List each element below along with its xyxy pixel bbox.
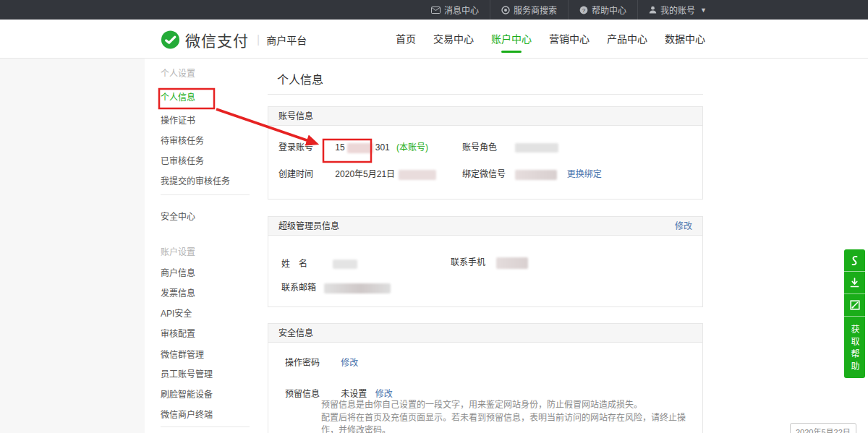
search-ring-icon	[501, 6, 510, 14]
created-time-label: 创建时间	[278, 169, 313, 179]
question-circle-icon: ?	[579, 6, 588, 14]
header: 微信支付 | 商户平台 首页 交易中心 账户中心 营销中心 产品中心 数据中心	[0, 20, 868, 59]
feedback-edit-button[interactable]	[844, 294, 865, 317]
topbar-items: 消息中心 服务商搜索 ? 帮助中心 我的账号 ▼	[420, 0, 718, 20]
nav-transaction-center[interactable]: 交易中心	[425, 20, 482, 59]
sidebar-item-operation-certificate[interactable]: 操作证书	[161, 113, 195, 126]
date-tooltip: 2020年5月22日	[790, 423, 856, 433]
sidebar-divider	[161, 194, 250, 195]
reserved-info-value: 未设置	[341, 389, 367, 399]
created-time-row: 创建时间 2020年5月21日	[278, 167, 436, 180]
title-divider	[268, 94, 703, 95]
security-info-card: 安全信息 操作密码 修改 预留信息 未设置 修改 预留信息是由你自己设置的一段文…	[268, 323, 703, 433]
login-account-value: 15301	[335, 142, 389, 153]
sidebar-header-account-settings: 账户设置	[161, 245, 195, 257]
envelope-icon	[431, 7, 441, 14]
admin-name-row: 姓 名	[281, 257, 357, 269]
sidebar-item-pending-review-tasks[interactable]: 待审核任务	[161, 134, 204, 146]
redacted-admin-phone	[496, 257, 528, 269]
sidebar-item-face-smart-device[interactable]: 刷脸智能设备	[161, 387, 213, 400]
floating-help-widget: 获取帮助	[844, 249, 865, 378]
get-help-button[interactable]: 获取帮助	[844, 317, 865, 378]
topbar-item-help-center[interactable]: ? 帮助中心	[568, 0, 637, 20]
nav-account-center[interactable]: 账户中心	[482, 20, 540, 59]
nav-data-center[interactable]: 数据中心	[656, 20, 714, 59]
rebind-link[interactable]: 更换绑定	[567, 169, 602, 179]
topbar-item-my-account[interactable]: 我的账号 ▼	[637, 0, 718, 20]
sidebar: 个人设置 个人信息 操作证书 待审核任务 已审核任务 我提交的审核任务 安全中心…	[145, 59, 250, 433]
left-gutter	[0, 59, 145, 433]
wechat-pay-merchant-platform: 消息中心 服务商搜索 ? 帮助中心 我的账号 ▼	[0, 0, 868, 433]
nav-product-center[interactable]: 产品中心	[598, 20, 656, 59]
admin-phone-label: 联系手机	[451, 257, 485, 267]
sidebar-item-my-submitted-review-tasks[interactable]: 我提交的审核任务	[161, 174, 230, 187]
reserved-info-label: 预留信息	[285, 389, 320, 399]
topbar-item-label: 帮助中心	[592, 4, 626, 16]
redacted-admin-email	[324, 283, 391, 293]
main-nav: 首页 交易中心 账户中心 营销中心 产品中心 数据中心	[387, 20, 714, 59]
redacted-login-middle	[347, 143, 373, 153]
feedback-link-button[interactable]	[844, 249, 865, 272]
edit-reserved-info-link[interactable]: 修改	[375, 389, 393, 399]
login-account-label: 登录账号	[278, 142, 313, 153]
redacted-admin-name	[333, 260, 357, 269]
nav-home[interactable]: 首页	[387, 20, 425, 59]
account-role-label: 账号角色	[462, 142, 497, 153]
logo-wordmark: 微信支付	[185, 29, 249, 51]
current-account-note: (本账号)	[396, 142, 428, 153]
reserved-info-desc-line: 预留信息是由你自己设置的一段文字，用来鉴定网站身份，防止假冒网站造成损失。	[321, 399, 702, 412]
sidebar-item-wechat-merchant-terminal[interactable]: 微信商户终端	[161, 408, 213, 420]
topbar: 消息中心 服务商搜索 ? 帮助中心 我的账号 ▼	[0, 0, 868, 20]
sidebar-header-personal-settings: 个人设置	[161, 67, 195, 79]
bound-wechat-label: 绑定微信号	[462, 169, 506, 179]
sidebar-item-staff-account-management[interactable]: 员工账号管理	[161, 367, 213, 380]
download-button[interactable]	[844, 272, 865, 294]
logo[interactable]: 微信支付 | 商户平台	[161, 29, 307, 51]
reserved-info-description: 预留信息是由你自己设置的一段文字，用来鉴定网站身份，防止假冒网站造成损失。 配置…	[321, 399, 702, 433]
super-admin-card-header: 超级管理员信息 修改	[268, 217, 702, 236]
topbar-item-label: 服务商搜索	[514, 4, 557, 16]
sidebar-item-reviewed-tasks[interactable]: 已审核任务	[161, 154, 204, 166]
topbar-item-message-center[interactable]: 消息中心	[420, 0, 490, 20]
edit-password-link[interactable]: 修改	[341, 358, 358, 368]
operation-password-label: 操作密码	[285, 358, 320, 368]
redacted-created-time	[399, 170, 436, 180]
sidebar-item-personal-info[interactable]: 个人信息	[161, 90, 195, 103]
super-admin-card-title: 超级管理员信息	[278, 221, 339, 231]
operation-password-row: 操作密码 修改	[285, 356, 358, 368]
created-time-value: 2020年5月21日	[335, 169, 395, 179]
logo-separator: |	[257, 33, 260, 46]
user-icon	[649, 6, 657, 14]
svg-text:?: ?	[582, 7, 586, 13]
edit-admin-link[interactable]: 修改	[675, 217, 692, 236]
sidebar-item-api-security[interactable]: API安全	[161, 306, 192, 319]
super-admin-card: 超级管理员信息 修改 姓 名 联系手机 联系邮箱	[268, 216, 703, 307]
nav-marketing-center[interactable]: 营销中心	[540, 20, 598, 59]
account-info-card-header: 账号信息	[268, 107, 702, 126]
download-icon	[850, 278, 859, 288]
account-role-row: 账号角色	[462, 140, 558, 153]
reserved-info-row: 预留信息 未设置 修改	[285, 387, 393, 399]
topbar-item-label: 我的账号	[660, 4, 695, 16]
account-info-card: 账号信息 登录账号 15301 (本账号) 账号角色 创建时间 2020年5月2…	[268, 106, 703, 200]
link-curve-icon	[850, 255, 859, 266]
topbar-item-label: 消息中心	[444, 4, 479, 16]
sidebar-item-merchant-info[interactable]: 商户信息	[161, 266, 195, 278]
admin-email-row: 联系邮箱	[281, 280, 391, 293]
admin-email-label: 联系邮箱	[281, 283, 316, 293]
sidebar-divider	[161, 426, 250, 427]
edit-icon	[850, 300, 860, 310]
portal-label: 商户平台	[266, 33, 307, 47]
sidebar-item-security-center[interactable]: 安全中心	[161, 210, 195, 222]
sidebar-item-review-config[interactable]: 审核配置	[161, 327, 195, 339]
redacted-account-role	[515, 143, 558, 153]
page-title: 个人信息	[277, 70, 323, 87]
login-account-row: 登录账号 15301 (本账号)	[278, 140, 428, 153]
bound-wechat-row: 绑定微信号 更换绑定	[462, 167, 602, 180]
redacted-wechat-id	[515, 170, 557, 180]
main-content: 个人信息 账号信息 登录账号 15301 (本账号) 账号角色 创建时间 202…	[268, 59, 703, 433]
sidebar-item-wechat-group-management[interactable]: 微信群管理	[161, 348, 204, 360]
sidebar-item-invoice-info[interactable]: 发票信息	[161, 286, 195, 299]
admin-phone-row: 联系手机	[451, 255, 528, 269]
topbar-item-provider-search[interactable]: 服务商搜索	[490, 0, 568, 20]
